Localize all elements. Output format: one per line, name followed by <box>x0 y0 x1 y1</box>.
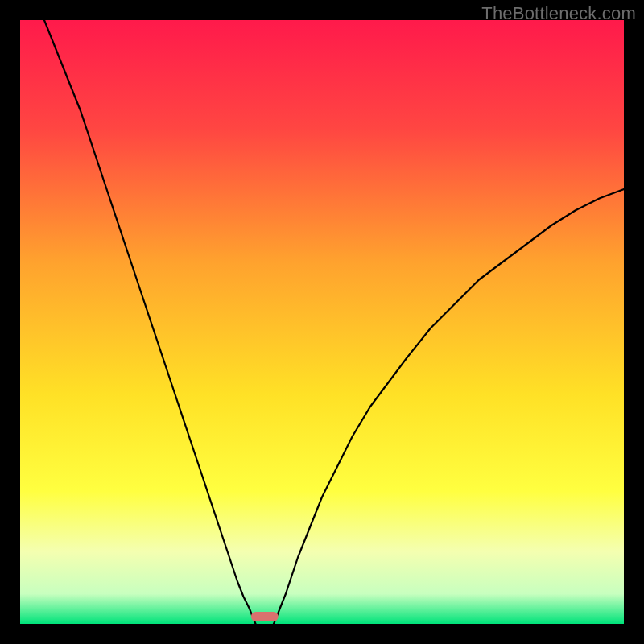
outer-frame: TheBottleneck.com <box>0 0 644 644</box>
gradient-background <box>20 20 624 624</box>
bottleneck-marker <box>251 612 279 621</box>
chart-svg <box>20 20 624 624</box>
watermark-text: TheBottleneck.com <box>481 3 636 24</box>
plot-area <box>20 20 624 624</box>
